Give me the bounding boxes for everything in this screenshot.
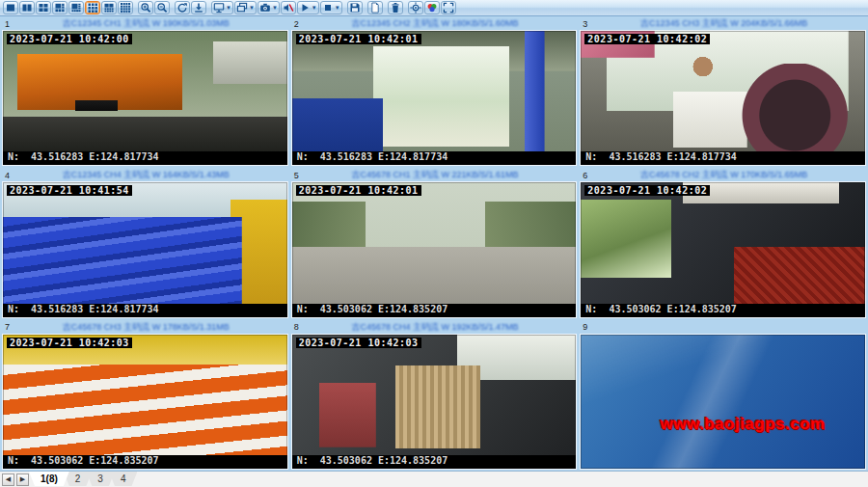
gps-coords-bar: N: 43.516283 E:124.817734	[581, 151, 865, 165]
tab-page-1[interactable]: 1(8)	[29, 472, 69, 486]
record-file-button[interactable]	[367, 1, 383, 14]
cell-header: 1吉C12345 CH1 主码流 W 190KB/S/1.03MB	[2, 17, 288, 30]
gps-coords-bar: N: 43.503062 E:124.835207	[3, 455, 287, 469]
channel-info-text: 吉C45678 CH3 主码流 W 178KB/S/1.31MB	[10, 321, 283, 334]
color-icon	[426, 2, 438, 14]
refresh-button[interactable]	[175, 1, 190, 14]
zoom-in-button[interactable]	[138, 1, 153, 14]
audio-mute-button[interactable]	[281, 1, 296, 14]
video-cell-4[interactable]: 4吉C12345 CH4 主码流 W 164KB/S/1.43MB2023-07…	[2, 169, 288, 317]
cell-header: 2吉C12345 CH2 主码流 W 180KB/S/1.60MB	[291, 17, 578, 30]
tabs-prev-button[interactable]: ◀	[2, 473, 14, 486]
crosshair-icon	[410, 2, 421, 14]
fullscreen-icon	[443, 2, 454, 14]
toolbar: ▼▼▼▼▼	[0, 0, 868, 16]
video-grid: 1吉C12345 CH1 主码流 W 190KB/S/1.03MB2023-07…	[0, 16, 868, 471]
refresh-icon	[176, 2, 188, 14]
chevron-down-icon[interactable]: ▼	[272, 5, 278, 11]
gps-coords-bar: N: 43.503062 E:124.835207	[292, 304, 577, 317]
channel-info-text: 吉C12345 CH2 主码流 W 180KB/S/1.60MB	[299, 17, 572, 30]
channel-info-text: 吉C45678 CH4 主码流 W 192KB/S/1.47MB	[299, 321, 572, 334]
tabs-next-button[interactable]: ▶	[16, 473, 29, 486]
gps-coords-bar: N: 43.516283 E:124.817734	[292, 151, 577, 165]
gps-coords-bar: N: 43.503062 E:124.835207	[292, 455, 577, 469]
timestamp-overlay: 2023-07-21 10:42:03	[296, 338, 421, 348]
video-cell-1[interactable]: 1吉C12345 CH1 主码流 W 190KB/S/1.03MB2023-07…	[2, 17, 288, 166]
gps-coords-bar: N: 43.516283 E:124.817734	[3, 151, 287, 165]
color-settings-button[interactable]	[424, 1, 440, 14]
video-cell-8[interactable]: 8吉C45678 CH4 主码流 W 192KB/S/1.47MB2023-07…	[291, 321, 578, 470]
view-10-icon	[103, 2, 115, 14]
view-4-button[interactable]	[36, 1, 51, 14]
cell-header: 7吉C45678 CH3 主码流 W 178KB/S/1.31MB	[2, 321, 288, 334]
video-cell-7[interactable]: 7吉C45678 CH3 主码流 W 178KB/S/1.31MB2023-07…	[2, 321, 288, 470]
play-button[interactable]: ▼	[297, 1, 319, 14]
play-icon	[299, 2, 311, 14]
view-9-button[interactable]	[85, 1, 100, 14]
cascade-icon	[236, 2, 248, 14]
video-cell-5[interactable]: 5吉C45678 CH1 主码流 W 221KB/S/1.61MB2023-07…	[291, 169, 578, 317]
download-button[interactable]	[191, 1, 206, 14]
stop-icon	[322, 2, 334, 14]
trash-icon	[390, 2, 401, 14]
view-2-icon	[21, 2, 33, 14]
gps-coords-bar: N: 43.516283 E:124.817734	[3, 304, 287, 317]
video-feed[interactable]: 2023-07-21 10:42:01N: 43.516283 E:124.81…	[291, 30, 578, 166]
tab-bar: ◀ ▶ 1(8)234	[0, 471, 868, 487]
stop-button[interactable]: ▼	[320, 1, 342, 14]
video-cell-6[interactable]: 6吉C45678 CH2 主码流 W 170KB/S/1.65MB2023-07…	[580, 169, 866, 317]
timestamp-overlay: 2023-07-21 10:42:02	[584, 34, 710, 44]
chevron-down-icon[interactable]: ▼	[249, 5, 255, 11]
save-button[interactable]	[347, 1, 363, 14]
view-10-button[interactable]	[101, 1, 117, 14]
chevron-down-icon[interactable]: ▼	[226, 5, 231, 11]
video-feed[interactable]: 2023-07-21 10:42:02N: 43.503062 E:124.83…	[580, 181, 866, 317]
video-feed[interactable]: www.baojiagps.com	[580, 334, 866, 470]
view-2-button[interactable]	[19, 1, 35, 14]
view-6-button[interactable]	[52, 1, 68, 14]
video-cell-9[interactable]: 9www.baojiagps.com	[580, 321, 866, 470]
video-feed[interactable]: 2023-07-21 10:42:02N: 43.516283 E:124.81…	[580, 30, 866, 166]
view-16-icon	[120, 2, 131, 14]
view-9-icon	[87, 2, 98, 14]
view-6-icon	[54, 2, 66, 14]
gps-locate-button[interactable]	[408, 1, 423, 14]
timestamp-overlay: 2023-07-21 10:42:03	[7, 338, 132, 348]
chevron-down-icon[interactable]: ▼	[312, 5, 317, 11]
view-1-icon	[5, 2, 16, 14]
snapshot-button[interactable]: ▼	[258, 1, 280, 14]
download-icon	[193, 2, 204, 14]
channel-info-text: 吉C45678 CH2 主码流 W 170KB/S/1.65MB	[587, 169, 860, 181]
view-8-button[interactable]	[68, 1, 84, 14]
monitor-icon	[213, 2, 225, 14]
timestamp-overlay: 2023-07-21 10:42:02	[584, 185, 710, 196]
video-cell-3[interactable]: 3吉C12345 CH3 主码流 W 204KB/S/1.66MB2023-07…	[580, 17, 866, 166]
video-feed[interactable]: 2023-07-21 10:41:54N: 43.516283 E:124.81…	[2, 181, 288, 317]
camera-icon	[259, 2, 271, 14]
monitor-mode-button[interactable]: ▼	[211, 1, 233, 14]
video-feed[interactable]: 2023-07-21 10:42:01N: 43.503062 E:124.83…	[291, 181, 578, 317]
video-feed[interactable]: 2023-07-21 10:42:03N: 43.503062 E:124.83…	[291, 334, 578, 470]
channel-info-text: 吉C12345 CH4 主码流 W 164KB/S/1.43MB	[10, 169, 283, 181]
page-tabs: 1(8)234	[35, 472, 137, 487]
delete-button[interactable]	[388, 1, 403, 14]
chevron-down-icon[interactable]: ▼	[335, 5, 340, 11]
zoom-in-icon	[140, 2, 151, 14]
cell-header: 3吉C12345 CH3 主码流 W 204KB/S/1.66MB	[580, 17, 866, 30]
timestamp-overlay: 2023-07-21 10:42:01	[296, 34, 421, 44]
cell-number: 9	[580, 322, 593, 332]
cell-header: 8吉C45678 CH4 主码流 W 192KB/S/1.47MB	[291, 321, 578, 334]
fullscreen-button[interactable]	[441, 1, 456, 14]
view-1-button[interactable]	[3, 1, 18, 14]
gps-coords-bar: N: 43.503062 E:124.835207	[581, 304, 865, 317]
zoom-out-button[interactable]	[154, 1, 170, 14]
file-icon	[369, 2, 381, 14]
tab-page-4[interactable]: 4	[109, 472, 138, 486]
view-16-button[interactable]	[118, 1, 133, 14]
video-cell-2[interactable]: 2吉C12345 CH2 主码流 W 180KB/S/1.60MB2023-07…	[291, 17, 578, 166]
video-feed[interactable]: 2023-07-21 10:42:03N: 43.503062 E:124.83…	[2, 334, 288, 470]
video-feed[interactable]: 2023-07-21 10:42:00N: 43.516283 E:124.81…	[2, 30, 288, 166]
window-cascade-button[interactable]: ▼	[234, 1, 257, 14]
mute-icon	[283, 2, 294, 14]
view-8-icon	[70, 2, 82, 14]
